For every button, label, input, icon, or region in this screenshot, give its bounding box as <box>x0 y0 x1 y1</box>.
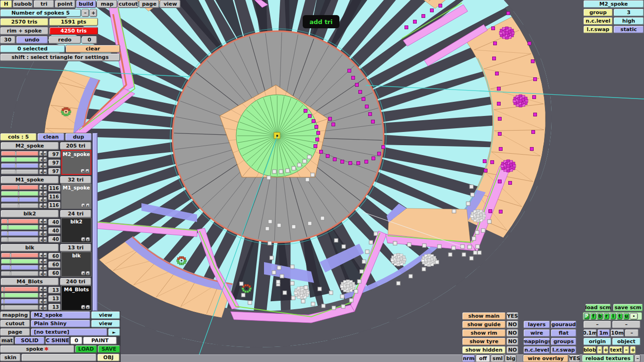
nrm-button[interactable]: nrm <box>462 354 475 362</box>
material-swatch[interactable]: blk2◄► <box>61 218 91 243</box>
dash-button-1[interactable]: – <box>583 321 611 329</box>
slider-left-arrow[interactable]: ◄ <box>39 231 43 236</box>
nrm-off-button[interactable]: off <box>476 354 490 362</box>
show-rim-value[interactable]: NO <box>506 329 519 337</box>
dash-button-2[interactable]: – <box>612 321 641 329</box>
slider-right-arrow[interactable]: ► <box>43 293 47 298</box>
channel-value[interactable]: 13 <box>48 304 61 311</box>
slider-left-arrow[interactable]: ◄ <box>39 265 43 270</box>
show-rim-label[interactable]: show rim <box>462 329 506 337</box>
rgb-slider[interactable] <box>1 225 39 230</box>
swatch-prev-arrow[interactable]: ◄ <box>81 237 85 241</box>
slider-left-arrow[interactable]: ◄ <box>39 185 43 190</box>
slider-thumb[interactable] <box>7 231 8 236</box>
slider-thumb[interactable] <box>18 185 19 189</box>
cutout-view-button[interactable]: view <box>91 320 120 328</box>
reload-dash-button[interactable]: – <box>635 354 641 362</box>
slider-thumb[interactable] <box>18 204 19 208</box>
slider-right-arrow[interactable]: ► <box>43 231 47 236</box>
slider-left-arrow[interactable]: ◄ <box>39 299 43 304</box>
slider-left-arrow[interactable]: ◄ <box>39 287 43 292</box>
nclevel-button[interactable]: n.c.level <box>523 346 550 354</box>
slider-left-arrow[interactable]: ◄ <box>39 253 43 258</box>
slider-thumb[interactable] <box>15 170 17 174</box>
scheme-letter-l[interactable]: l <box>610 313 616 320</box>
slider-right-arrow[interactable]: ► <box>43 305 47 310</box>
rgb-slider[interactable] <box>1 231 39 236</box>
slider-right-arrow[interactable]: ► <box>43 191 47 196</box>
channel-value[interactable]: 97 <box>48 168 61 175</box>
slider-thumb[interactable] <box>10 259 11 263</box>
cols-count[interactable]: cols : 5 <box>0 133 37 141</box>
load-scm-button[interactable]: load scm <box>585 304 611 312</box>
spokes-minus-button[interactable]: – <box>82 9 89 17</box>
scheme-letter-t[interactable]: t <box>617 313 623 320</box>
nrm-big-button[interactable]: big <box>505 354 517 362</box>
save-button[interactable]: SAVE <box>98 345 120 353</box>
swatch-next-arrow[interactable]: ► <box>86 237 90 241</box>
slider-right-arrow[interactable]: ► <box>43 203 47 208</box>
slider-left-arrow[interactable]: ◄ <box>39 293 43 298</box>
rgb-slider[interactable] <box>1 191 39 196</box>
wire-button[interactable]: wire <box>523 329 550 337</box>
channel-value[interactable]: 60 <box>48 270 61 277</box>
group-value[interactable]: 3 <box>613 8 644 16</box>
channel-value[interactable]: 13 <box>48 287 61 294</box>
slider-right-arrow[interactable]: ► <box>43 185 47 190</box>
slider-thumb[interactable] <box>15 151 17 156</box>
lrswap-value[interactable]: static <box>613 25 644 33</box>
slider-thumb[interactable] <box>18 197 19 202</box>
swatch-next-arrow[interactable]: ► <box>86 203 90 207</box>
swatch-next-arrow[interactable]: ► <box>86 271 90 275</box>
channel-value[interactable]: 116 <box>48 185 61 192</box>
menu-item-tri[interactable]: tri <box>33 0 54 8</box>
mat-shine-value[interactable]: 0 <box>70 337 83 345</box>
master-slider[interactable] <box>1 203 39 208</box>
rim-spoke-button[interactable]: rim + spoke <box>0 27 49 35</box>
dup-button[interactable]: dup <box>65 133 92 141</box>
slider-left-arrow[interactable]: ◄ <box>39 157 43 162</box>
show-main-value[interactable]: YES <box>506 312 519 320</box>
slider-thumb[interactable] <box>3 287 5 291</box>
slider-right-arrow[interactable]: ► <box>43 219 47 224</box>
show-main-label[interactable]: show main <box>462 312 506 320</box>
nclevel-value[interactable]: high <box>613 17 644 25</box>
channel-value[interactable]: 13 <box>48 295 61 302</box>
spokes-plus-button[interactable]: + <box>90 9 97 17</box>
slider-thumb[interactable] <box>15 157 17 162</box>
clean-button[interactable]: clean <box>37 133 65 141</box>
master-slider[interactable] <box>1 305 39 310</box>
channel-value[interactable]: 40 <box>48 236 61 243</box>
show-guide-label[interactable]: show guide <box>462 321 506 329</box>
master-slider[interactable] <box>1 237 39 242</box>
layers-button[interactable]: layers <box>523 321 550 329</box>
rgb-slider[interactable] <box>1 287 39 292</box>
material-swatch[interactable]: M2_spoke◄► <box>61 150 91 175</box>
scheme-dot-button[interactable]: • <box>630 313 638 320</box>
text-plus-button[interactable]: + <box>630 346 636 354</box>
slider-thumb[interactable] <box>7 219 8 223</box>
rgb-slider[interactable] <box>1 265 39 270</box>
material-name-button[interactable]: M4_Blots <box>0 278 59 286</box>
rgb-slider[interactable] <box>1 259 39 264</box>
skin-label[interactable]: skin <box>0 354 21 362</box>
rgb-slider[interactable] <box>1 293 39 298</box>
slider-left-arrow[interactable]: ◄ <box>39 219 43 224</box>
show-tyre-value[interactable]: NO <box>506 337 519 346</box>
scheme-letter-f[interactable]: f <box>590 313 596 320</box>
rgb-slider[interactable] <box>1 151 39 156</box>
save-scm-button[interactable]: save scm <box>613 304 643 312</box>
material-name-button[interactable]: M2_spoke <box>0 142 59 150</box>
menu-item-point[interactable]: point <box>55 0 75 8</box>
scheme-letter-r[interactable]: r <box>603 313 610 320</box>
redo-button[interactable]: redo <box>49 36 81 44</box>
slider-thumb[interactable] <box>3 299 5 304</box>
material-swatch[interactable]: M1_spoke◄► <box>61 184 91 209</box>
mapping-view-button[interactable]: view <box>91 311 120 319</box>
swatch-prev-arrow[interactable]: ◄ <box>81 169 85 173</box>
reload-textures-button[interactable]: reload textures <box>582 354 634 362</box>
lrswap-button[interactable]: l.r.swap <box>551 346 577 354</box>
scheme-letter-p[interactable]: P <box>584 313 590 320</box>
rgb-slider[interactable] <box>1 253 39 258</box>
mappings-button[interactable]: mappings <box>523 337 550 346</box>
